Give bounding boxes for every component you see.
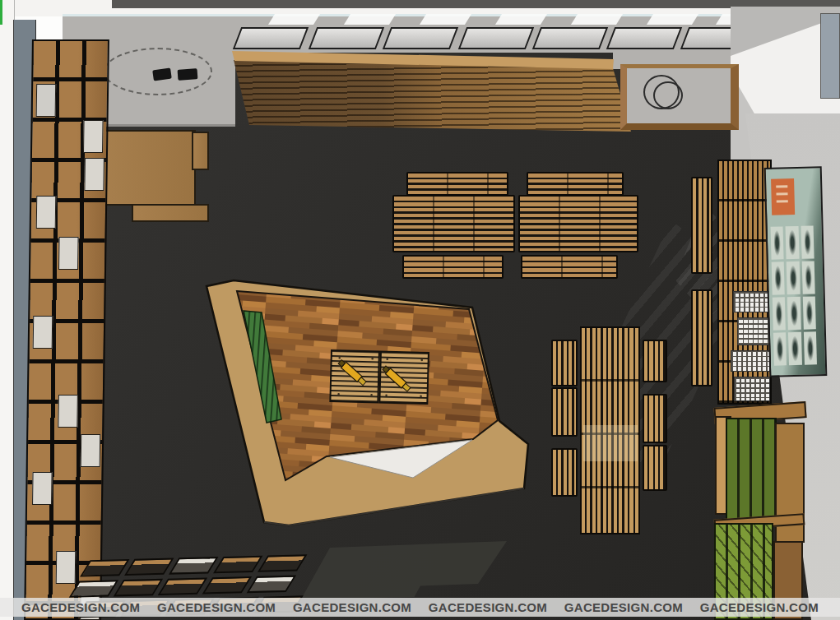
watermark-text: GACEDESIGN.COM [293, 600, 411, 614]
left-edge-accent [0, 0, 2, 25]
shelf-cube-white [84, 158, 104, 191]
slat-shelf-narrow [691, 289, 712, 386]
wood-slat-canopy [229, 44, 635, 136]
watermark-text: GACEDESIGN.COM [157, 600, 276, 614]
tray-row [74, 575, 304, 597]
tray-white [247, 576, 296, 594]
poster-glyph [771, 226, 784, 259]
poster-glyph [801, 225, 814, 258]
slat-bench [551, 340, 578, 386]
tray-white [69, 580, 118, 598]
tray [213, 556, 262, 574]
watermark-band: GACEDESIGN.COM GACEDESIGN.COM GACEDESIGN… [0, 598, 840, 617]
poster-seal [771, 178, 795, 215]
corner-desk [96, 130, 196, 206]
ceiling-speaker-icon [178, 68, 198, 81]
poster-glyph [804, 331, 817, 364]
shelf-cube-white [58, 237, 79, 270]
skylight-reflection [268, 14, 320, 25]
ceiling-fan-unit [620, 64, 739, 130]
tray-white [169, 557, 218, 575]
tray [202, 576, 252, 595]
fan-circle-icon [653, 81, 683, 109]
shelf-cube-white [81, 434, 101, 467]
corner-desk-extension [132, 204, 209, 222]
display-table [330, 350, 429, 404]
poster-glyph [802, 296, 815, 329]
slat-bench [643, 445, 667, 491]
tray [124, 558, 174, 576]
tray [114, 579, 163, 597]
display-platform [194, 268, 546, 546]
poster-glyph [773, 332, 787, 365]
slat-bench [643, 394, 667, 443]
slat-shelf-tall [717, 160, 772, 405]
slat-shelf-narrow [691, 177, 712, 274]
light-patch [583, 425, 638, 461]
poster-glyph [788, 332, 801, 365]
wire-basket [737, 317, 770, 345]
watermark-text: GACEDESIGN.COM [564, 600, 683, 614]
slat-table [392, 195, 515, 252]
skylight-reflection [571, 14, 623, 25]
watermark-text: GACEDESIGN.COM [429, 600, 547, 614]
poster-glyph [772, 261, 785, 294]
cube-shelving-left [24, 39, 109, 620]
slat-table [518, 195, 638, 252]
poster-glyph [787, 297, 801, 330]
skylight-reflection [420, 14, 471, 25]
skylight-reflection [344, 14, 396, 25]
shelf-cube-white [36, 196, 57, 229]
shelf-cube-white [36, 84, 57, 117]
shelf-cube-white [58, 395, 78, 428]
slat-bench [406, 172, 508, 196]
watermark-text: GACEDESIGN.COM [700, 600, 819, 614]
right-outer-wall-strip [820, 13, 840, 99]
tray [80, 559, 129, 577]
wall-poster [764, 166, 828, 377]
poster-glyph [773, 297, 786, 330]
shelf-cube-white [32, 472, 53, 505]
shelf-cube-white [33, 316, 53, 349]
poster-glyph [786, 226, 799, 259]
slat-bench [551, 448, 578, 497]
poster-glyph [787, 261, 800, 294]
poster-glyph-grid [771, 225, 817, 368]
shelf-cube-white [83, 120, 104, 153]
wire-basket [733, 291, 771, 312]
corner-desk-return [192, 132, 209, 170]
slat-bench [643, 340, 667, 382]
slat-bench [527, 172, 624, 196]
tray [158, 577, 207, 595]
poster-glyph [801, 261, 814, 294]
slat-bench [551, 387, 578, 437]
wire-basket [731, 350, 770, 372]
skylight-reflection [647, 14, 698, 25]
skylight-reflection [495, 14, 547, 25]
slat-table-long [580, 326, 640, 534]
interior-render: GACEDESIGN.COM GACEDESIGN.COM GACEDESIGN… [0, 0, 840, 620]
watermark-text: GACEDESIGN.COM [21, 600, 140, 614]
tray [258, 554, 307, 572]
wire-basket [734, 377, 770, 401]
green-lockers-upper [726, 418, 777, 523]
